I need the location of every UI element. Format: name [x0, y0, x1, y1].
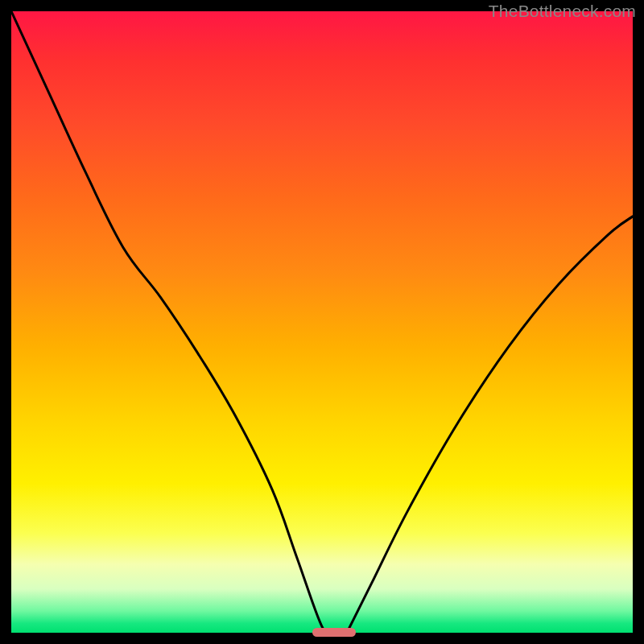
left-curve-path [11, 11, 334, 633]
right-curve-path [347, 217, 633, 633]
plot-area [11, 11, 633, 633]
bottleneck-curve [11, 11, 633, 633]
chart-frame: TheBottleneck.com [0, 0, 644, 644]
watermark-text: TheBottleneck.com [489, 2, 636, 21]
bottleneck-marker [312, 628, 356, 637]
